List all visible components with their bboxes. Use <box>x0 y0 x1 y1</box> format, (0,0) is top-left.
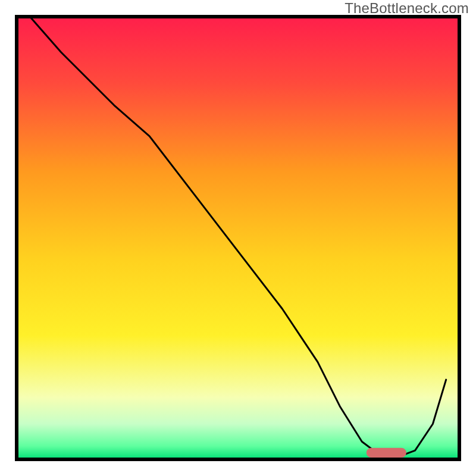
bottleneck-chart <box>0 0 476 476</box>
plot-area <box>17 17 459 459</box>
watermark-text: TheBottleneck.com <box>345 0 469 17</box>
chart-container: TheBottleneck.com <box>0 0 476 476</box>
gradient-background <box>17 17 459 459</box>
marker-optimal-range <box>367 448 406 458</box>
